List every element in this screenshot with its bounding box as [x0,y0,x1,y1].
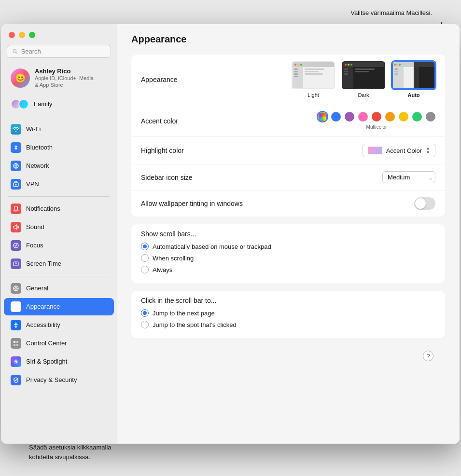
click-scroll-section: Click in the scroll bar to... Jump to th… [131,291,445,338]
accent-orange[interactable] [385,112,395,122]
scroll-always-option[interactable]: Always [141,266,435,273]
accent-blue[interactable] [331,112,341,122]
sidebar-item-screentime[interactable]: Screen Time [4,255,114,272]
accessibility-label: Accessibility [26,321,60,328]
highlight-color-control[interactable]: Accent Color ▲ ▼ [363,144,435,157]
search-input[interactable] [21,48,106,55]
click-spot-clicked-radio[interactable] [141,321,149,328]
traffic-lights [1,24,117,43]
appearance-auto[interactable]: Auto [392,61,435,98]
sidebar-item-wifi[interactable]: Wi-Fi [4,121,114,138]
sidebar-item-appearance[interactable]: Appearance [4,298,114,315]
auto-label: Auto [407,92,419,98]
siri-label: Siri & Spotlight [26,358,67,365]
avatar: 😊 [11,68,30,88]
sidebar-icon-size-row: Sidebar icon size Small Medium Large [131,164,445,190]
focus-icon [11,240,21,251]
maximize-button[interactable] [29,32,35,38]
screentime-label: Screen Time [26,260,61,267]
sidebar-item-privacy[interactable]: Privacy & Security [4,371,114,389]
svg-rect-21 [14,344,15,346]
click-spot-clicked-option[interactable]: Jump to the spot that's clicked [141,321,435,328]
scroll-auto-option[interactable]: Automatically based on mouse or trackpad [141,243,435,250]
svg-point-5 [15,184,17,185]
family-icons [11,99,26,109]
sidebar-item-family[interactable]: Family [4,95,114,113]
accent-red[interactable] [372,112,381,122]
accessibility-icon [11,320,21,330]
light-label: Light [307,92,319,98]
notifications-label: Notifications [26,205,60,212]
click-scroll-group: Click in the scroll bar to... Jump to th… [131,291,445,338]
content-body: Appearance [117,45,460,376]
scroll-scrolling-option[interactable]: When scrolling [141,254,435,262]
light-thumb [292,61,335,89]
scroll-auto-label: Automatically based on mouse or trackpad [153,243,271,250]
sidebar-item-network[interactable]: Network [4,157,114,175]
sidebar-item-sound[interactable]: Sound [4,218,114,236]
search-icon [12,48,18,55]
wallpaper-tinting-label: Allow wallpaper tinting in windows [141,200,243,207]
accent-multicolor[interactable] [318,112,327,122]
appearance-light[interactable]: Light [292,61,335,98]
scroll-scrolling-label: When scrolling [153,255,194,262]
controlcenter-label: Control Center [26,340,67,347]
accent-purple[interactable] [345,112,354,122]
sidebar-item-focus[interactable]: Focus [4,237,114,254]
family-label: Family [34,100,52,108]
accent-graphite[interactable] [426,112,435,122]
highlight-swatch [368,147,382,154]
siri-icon [11,356,21,367]
sidebar-item-notifications[interactable]: Notifications [4,200,114,218]
scroll-bars-section: Show scroll bars... Automatically based … [131,224,445,283]
click-spot-clicked-label: Jump to the spot that's clicked [153,321,237,328]
click-next-page-radio[interactable] [141,309,149,317]
sidebar-size-select-wrapper[interactable]: Small Medium Large [382,171,435,183]
help-button[interactable]: ? [423,351,433,361]
sidebar-item-bluetooth[interactable]: Bluetooth [4,139,114,156]
profile-section[interactable]: 😊 Ashley Rico Apple ID, iCloud+, Media& … [4,64,114,93]
scroll-auto-radio[interactable] [141,243,149,250]
appearance-options: Light [292,61,435,98]
sidebar-item-vpn[interactable]: VPN [4,176,114,193]
wifi-label: Wi-Fi [26,125,41,133]
sidebar-item-accessibility[interactable]: Accessibility [4,316,114,334]
auto-thumb [392,61,435,89]
wallpaper-toggle-control [414,197,435,210]
toggle-knob [415,198,426,209]
sound-icon [11,222,21,232]
dark-thumb [342,61,385,89]
sidebar-item-general[interactable]: General [4,280,114,297]
network-icon [11,161,21,171]
appearance-dark[interactable]: Dark [342,61,385,98]
accent-color-label: Accent color [141,117,178,125]
svg-rect-22 [16,344,18,346]
accent-green[interactable] [412,112,422,122]
sidebar-item-controlcenter[interactable]: Control Center [4,335,114,352]
sidebar: 😊 Ashley Rico Apple ID, iCloud+, Media& … [1,24,117,444]
main-content: Appearance Appearance [117,24,460,444]
scroll-scrolling-radio[interactable] [141,254,149,262]
sidebar-item-siri[interactable]: Siri & Spotlight [4,353,114,370]
accent-pink[interactable] [358,112,368,122]
sidebar-size-select[interactable]: Small Medium Large [382,171,435,183]
svg-point-24 [15,361,16,362]
scroll-always-radio[interactable] [141,266,149,273]
privacy-label: Privacy & Security [26,376,77,383]
scroll-always-label: Always [153,266,172,273]
page-title: Appearance [117,24,460,45]
highlight-dropdown[interactable]: Accent Color ▲ ▼ [363,144,435,157]
close-button[interactable] [9,32,15,38]
accent-colors-group: Multicolor [318,112,435,130]
family-avatar-2 [18,99,29,109]
dark-label: Dark [358,92,369,98]
wallpaper-toggle[interactable] [414,197,435,210]
general-label: General [26,285,48,292]
click-next-page-option[interactable]: Jump to the next page [141,309,435,317]
sidebar-icon-size-control: Small Medium Large [382,171,435,183]
multicolor-label: Multicolor [366,124,387,130]
minimize-button[interactable] [19,32,25,38]
accent-yellow[interactable] [399,112,408,122]
search-bar[interactable] [7,45,111,58]
highlight-arrows: ▲ ▼ [426,146,430,155]
